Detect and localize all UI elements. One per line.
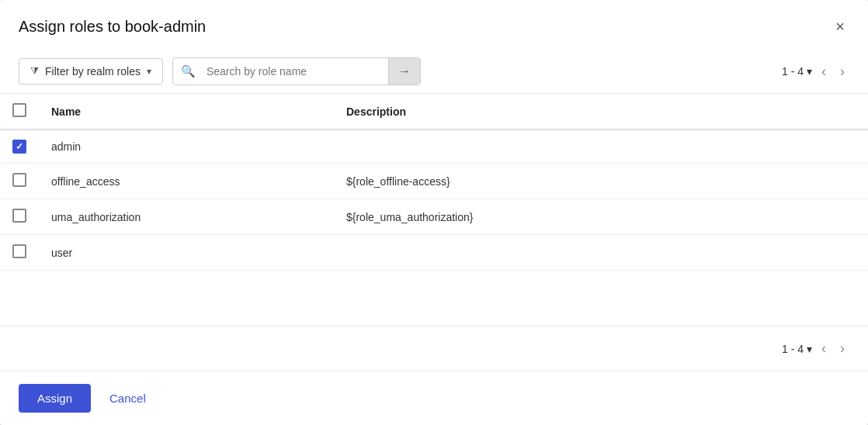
search-icon: 🔍: [173, 64, 203, 78]
search-wrap: 🔍 →: [172, 57, 421, 85]
dialog-footer: Assign Cancel: [0, 371, 868, 425]
dialog-header: Assign roles to book-admin ×: [0, 0, 868, 50]
row-name: uma_authorization: [39, 199, 334, 235]
assign-button[interactable]: Assign: [19, 384, 91, 413]
description-column-header: Description: [334, 94, 868, 130]
row-checkbox-cell: [0, 130, 39, 164]
row-name: admin: [39, 130, 334, 164]
row-checkbox-3[interactable]: [12, 244, 26, 258]
row-name: offline_access: [39, 164, 334, 199]
dialog-title: Assign roles to book-admin: [19, 18, 206, 36]
prev-page-top-button[interactable]: ‹: [817, 62, 831, 81]
row-checkbox-1[interactable]: [12, 173, 26, 187]
select-all-header: [0, 94, 39, 130]
cancel-button[interactable]: Cancel: [103, 384, 152, 413]
next-page-top-button[interactable]: ›: [835, 62, 849, 81]
row-description: ${role_uma_authorization}: [334, 199, 868, 235]
prev-page-bottom-button[interactable]: ‹: [817, 339, 831, 358]
filter-by-realm-roles-button[interactable]: ⧩ Filter by realm roles ▾: [19, 58, 163, 85]
search-go-button[interactable]: →: [388, 58, 420, 85]
row-checkbox-cell: [0, 235, 39, 271]
chevron-down-icon: ▾: [147, 66, 151, 77]
pagination-chevron-bottom: ▾: [807, 343, 812, 355]
table-wrap: Name Description adminoffline_access${ro…: [0, 94, 868, 326]
close-button[interactable]: ×: [831, 16, 849, 37]
row-checkbox-cell: [0, 164, 39, 199]
page-range-top: 1 - 4: [782, 65, 804, 78]
search-input[interactable]: [203, 59, 388, 84]
row-checkbox-cell: [0, 199, 39, 235]
filter-label: Filter by realm roles: [45, 65, 141, 78]
row-description: [334, 130, 868, 164]
next-page-bottom-button[interactable]: ›: [835, 339, 849, 358]
name-column-header: Name: [39, 94, 334, 130]
page-info-top[interactable]: 1 - 4 ▾: [782, 65, 812, 78]
select-all-checkbox[interactable]: [12, 103, 26, 117]
row-checkbox-0[interactable]: [12, 140, 26, 154]
page-range-bottom: 1 - 4: [782, 343, 804, 355]
row-name: user: [39, 235, 334, 271]
row-description: ${role_offline-access}: [334, 164, 868, 199]
assign-roles-dialog: Assign roles to book-admin × ⧩ Filter by…: [0, 0, 868, 425]
toolbar: ⧩ Filter by realm roles ▾ 🔍 → 1 - 4 ▾ ‹ …: [0, 50, 868, 94]
table-row: user: [0, 235, 868, 271]
row-checkbox-2[interactable]: [12, 209, 26, 223]
pagination-chevron-top: ▾: [807, 65, 812, 78]
table-row: uma_authorization${role_uma_authorizatio…: [0, 199, 868, 235]
pagination-top: 1 - 4 ▾ ‹ ›: [782, 62, 849, 81]
table-row: offline_access${role_offline-access}: [0, 164, 868, 199]
table-body: adminoffline_access${role_offline-access…: [0, 130, 868, 271]
page-info-bottom[interactable]: 1 - 4 ▾: [782, 343, 812, 355]
table-head: Name Description: [0, 94, 868, 130]
row-description: [334, 235, 868, 271]
filter-icon: ⧩: [30, 65, 39, 78]
pagination-bottom: 1 - 4 ▾ ‹ ›: [0, 326, 868, 371]
roles-table: Name Description adminoffline_access${ro…: [0, 94, 868, 271]
table-row: admin: [0, 130, 868, 164]
